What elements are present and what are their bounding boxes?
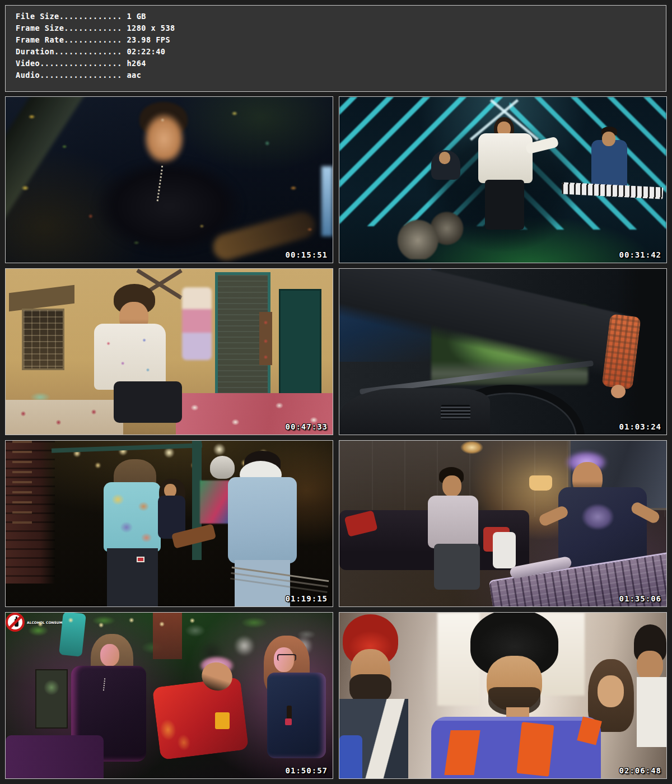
timestamp: 00:31:42 xyxy=(619,250,661,259)
dark-jacket xyxy=(267,673,326,759)
singer-white-shirt xyxy=(478,133,532,183)
info-line-file-size: File Size............. 1 GB xyxy=(16,11,666,22)
thumbnail: 01:03:24 xyxy=(339,268,667,435)
timestamp: 02:06:48 xyxy=(619,766,661,775)
media-info-panel: File Size............. 1 GB Frame Size..… xyxy=(5,5,666,92)
window-awning xyxy=(9,284,74,311)
timestamp: 01:03:24 xyxy=(619,422,661,431)
white-shirt xyxy=(637,677,666,746)
thumbnail: ALCOHOL CONSUMPTION IS INJURIOUS TO HEAL… xyxy=(5,612,333,779)
scene-car-interior xyxy=(339,269,666,435)
f-logo-patch xyxy=(215,712,230,729)
thumbnail: 02:06:48 xyxy=(339,612,667,779)
floral-blanket xyxy=(6,400,123,435)
air-vent xyxy=(441,405,470,420)
thumbnail: 00:15:51 xyxy=(5,96,333,263)
thumbnail: 01:35:06 xyxy=(339,440,667,607)
woman-face-pink-lit xyxy=(100,644,119,666)
scene-studio xyxy=(339,441,666,606)
scene-night-street xyxy=(6,441,333,606)
thumbnail: 01:19:15 xyxy=(5,440,333,607)
teal-door xyxy=(279,289,321,402)
scene-concert xyxy=(6,97,333,263)
thumbnail-grid: 00:15:51 00 xyxy=(5,96,667,779)
timestamp: 01:35:06 xyxy=(619,594,661,603)
screenshot-sheet: File Size............. 1 GB Frame Size..… xyxy=(0,0,672,784)
info-line-frame-size: Frame Size............ 1280 x 538 xyxy=(16,22,666,34)
timestamp: 01:19:15 xyxy=(286,594,328,603)
seated-man-sweatshirt xyxy=(428,496,479,549)
man-doodle-shirt xyxy=(94,324,166,390)
glasses xyxy=(277,654,296,661)
white-chair xyxy=(493,532,516,568)
scene-party: ALCOHOL CONSUMPTION IS INJURIOUS TO HEAL… xyxy=(6,613,333,778)
purple-couch xyxy=(6,735,104,778)
info-line-video: Video................. h264 xyxy=(16,58,666,69)
singer-pants xyxy=(485,180,524,230)
necklace xyxy=(103,679,113,692)
woman-face xyxy=(598,675,624,707)
woman-paisley-top xyxy=(104,482,161,552)
speaker-box xyxy=(35,669,68,729)
scene-courtyard xyxy=(6,269,333,435)
wall-hanging xyxy=(259,312,272,365)
pocket-patch xyxy=(137,557,144,562)
red-jacket-man xyxy=(152,677,248,760)
timestamp: 00:15:51 xyxy=(286,250,328,259)
young-man-face xyxy=(637,651,663,680)
timestamp: 00:47:33 xyxy=(286,422,328,431)
window xyxy=(22,309,64,370)
info-line-frame-rate: Frame Rate............ 23.98 FPS xyxy=(16,34,666,46)
wall-light xyxy=(460,441,483,454)
hanging-clothes xyxy=(182,287,212,360)
bottle-label xyxy=(285,718,292,725)
light-jeans xyxy=(235,560,290,606)
scene-stage xyxy=(339,97,666,263)
scene-closeup-crowd xyxy=(339,613,666,778)
woman-jeans xyxy=(107,548,158,606)
sweater-letter xyxy=(444,730,480,775)
drum-kit xyxy=(395,209,466,259)
seated-man-legs xyxy=(434,544,480,590)
lamp xyxy=(529,475,552,491)
keyboardist-face xyxy=(602,132,615,146)
man-pants xyxy=(114,381,183,423)
thumbnail: 00:31:42 xyxy=(339,96,667,263)
confetti xyxy=(6,97,333,263)
thumbnail: 00:47:33 xyxy=(5,268,333,435)
denim-jacket-man xyxy=(228,477,297,563)
blue-sleeve xyxy=(339,735,362,778)
timestamp: 01:50:57 xyxy=(286,766,328,775)
no-alcohol-icon xyxy=(6,613,25,632)
prohibition-slash xyxy=(8,615,22,629)
seated-man-face xyxy=(442,475,461,497)
drummer-face xyxy=(439,152,450,164)
keyboardist-figure xyxy=(591,140,627,186)
info-line-duration: Duration.............. 02:22:40 xyxy=(16,46,666,58)
ladder xyxy=(12,441,32,527)
sweater-letter xyxy=(517,722,555,777)
tshirt-graphic xyxy=(581,503,614,530)
white-haired-man xyxy=(210,456,235,479)
info-line-audio: Audio................. aac xyxy=(16,69,666,81)
